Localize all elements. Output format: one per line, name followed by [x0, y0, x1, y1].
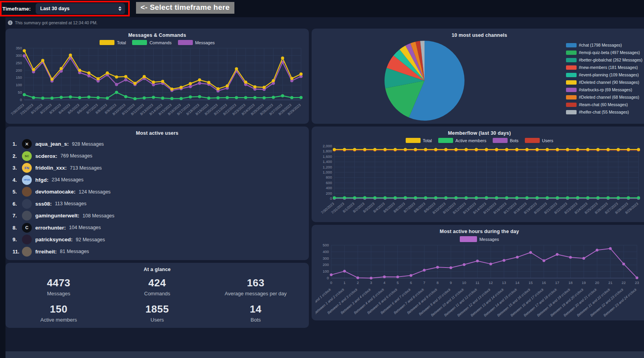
glance-stat: 424 Commands	[108, 277, 206, 297]
legend-swatch	[132, 40, 147, 45]
user-message-count: 92 Messages	[76, 237, 105, 242]
right-column: 10 most used channels #chat (1798 Messag…	[312, 29, 644, 320]
panel-messages-commands: Messages & Commands TotalCommandsMessage…	[5, 29, 309, 124]
topbar: Timeframe: Last 30 days <- Select timefr…	[0, 0, 644, 17]
glance-stat: 1855 Users	[108, 303, 206, 323]
svg-text:2,000: 2,000	[323, 144, 332, 148]
user-avatar	[22, 211, 32, 221]
legend-item[interactable]: Messages	[178, 40, 215, 45]
stat-label: Messages	[9, 291, 108, 297]
svg-text:1,400: 1,400	[323, 159, 332, 164]
user-avatar	[22, 187, 32, 197]
active-hours-chart[interactable]: 0100200300400500012345678910111213141516…	[316, 243, 643, 321]
legend-label: Active members	[455, 138, 486, 143]
legend-label: #team-chat (60 Messages)	[579, 102, 628, 107]
user-name: sss08:	[35, 201, 52, 207]
legend-item[interactable]: #emoji-quiz-beta (497 Messages)	[566, 50, 642, 55]
legend-label: Messages	[195, 40, 215, 45]
dashboard-content: i This summary got generated at 12:34:40…	[5, 17, 644, 358]
svg-text:4: 4	[383, 280, 385, 285]
svg-text:1,800: 1,800	[323, 149, 332, 153]
memberflow-chart[interactable]: 02004006008001,0001,2001,4001,6001,8002,…	[316, 144, 643, 221]
user-rank: 8.	[13, 225, 22, 231]
legend-item[interactable]: #team-chat (60 Messages)	[566, 102, 642, 107]
timeframe-label: Timeframe:	[2, 6, 31, 12]
legend-label: #helfer-chat (55 Messages)	[579, 110, 629, 114]
legend-item[interactable]: #starbucks-rp (69 Messages)	[566, 87, 642, 92]
legend-item[interactable]: #Deleted channel (68 Messages)	[566, 95, 642, 99]
user-name: gamingunterwelt:	[35, 213, 80, 219]
legend-item[interactable]: Users	[525, 138, 553, 143]
user-row: 1. ✕ aqua_jean_s: 928 Messages	[13, 139, 305, 149]
summary-generated-text: This summary got generated at 12:34:40 P…	[15, 20, 98, 25]
user-message-count: 713 Messages	[70, 165, 102, 171]
legend-label: Messages	[479, 237, 499, 242]
legend-item[interactable]: #helfer-chat (55 Messages)	[566, 110, 642, 114]
svg-text:23: 23	[635, 280, 639, 285]
svg-text:20: 20	[595, 280, 599, 285]
user-rank: 9.	[13, 237, 22, 242]
legend-label: #emoji-quiz-beta (497 Messages)	[579, 50, 640, 55]
legend-swatch	[566, 51, 577, 55]
svg-text:500: 500	[323, 243, 329, 247]
legend-item[interactable]: #Deleted channel (90 Messages)	[566, 80, 642, 85]
user-name: scderox:	[35, 153, 57, 159]
svg-text:150: 150	[16, 75, 22, 80]
user-avatar	[22, 247, 32, 257]
user-message-count: 104 Messages	[69, 225, 101, 230]
legend-item[interactable]: Active members	[438, 138, 486, 143]
legend-item[interactable]: #better-globalchat (262 Messages)	[566, 58, 642, 62]
svg-text:0: 0	[327, 276, 329, 280]
svg-text:1,200: 1,200	[323, 165, 332, 169]
svg-text:1,600: 1,600	[323, 154, 332, 159]
user-row: 2. SC scderox: 769 Messages	[13, 151, 305, 161]
legend-item[interactable]: #new-members (181 Messages)	[566, 65, 642, 70]
legend-swatch	[100, 40, 114, 45]
svg-text:250: 250	[16, 61, 22, 65]
user-row: 3. FN fridolin_xxx: 713 Messages	[13, 163, 305, 173]
svg-text:0: 0	[330, 280, 332, 285]
user-message-count: 234 Messages	[52, 177, 83, 183]
svg-text:800: 800	[326, 175, 332, 179]
legend-label: #better-globalchat (262 Messages)	[579, 58, 642, 62]
legend-item[interactable]: #event-planning (109 Messages)	[566, 72, 642, 77]
legend-item[interactable]: Bots	[493, 138, 519, 143]
legend-item[interactable]: Messages	[460, 236, 499, 242]
glance-stats-grid: 4473 Messages 424 Commands 163 Average m…	[9, 277, 305, 323]
legend-item[interactable]: #chat (1798 Messages)	[566, 43, 642, 47]
avatar-initials: FN	[25, 166, 29, 170]
user-message-count: 81 Messages	[60, 249, 89, 254]
panel-most-used-channels: 10 most used channels #chat (1798 Messag…	[312, 29, 644, 124]
legend-item[interactable]: Total	[100, 40, 126, 45]
svg-text:7: 7	[423, 280, 425, 285]
svg-text:600: 600	[326, 181, 332, 185]
timeframe-select[interactable]: Last 30 days	[36, 3, 125, 14]
legend-label: Total	[117, 40, 126, 45]
svg-text:11: 11	[475, 280, 479, 285]
svg-text:1: 1	[343, 280, 345, 285]
user-row: 4. HFGD hfgd: 234 Messages	[13, 175, 305, 185]
user-row: 6. sss08: 113 Messages	[13, 199, 305, 209]
messages-commands-chart[interactable]: 0501001502002503003507/30/20237/31/20238…	[9, 46, 306, 123]
svg-text:200: 200	[326, 191, 332, 195]
avatar-initials: HFGD	[24, 179, 30, 181]
glance-stat: 4473 Messages	[9, 277, 108, 297]
svg-text:10: 10	[462, 280, 466, 285]
user-name: devtomatocake:	[35, 189, 76, 195]
user-avatar: HFGD	[22, 175, 32, 185]
legend-item[interactable]: Total	[406, 138, 432, 143]
user-name: hfgd:	[35, 177, 49, 183]
legend-label: Users	[542, 138, 553, 143]
legend-swatch	[566, 110, 577, 114]
panels-grid: Messages & Commands TotalCommandsMessage…	[5, 29, 644, 328]
user-message-count: 108 Messages	[83, 213, 114, 219]
svg-text:14: 14	[515, 280, 519, 285]
svg-text:8: 8	[437, 280, 439, 285]
stat-label: Active members	[9, 317, 108, 323]
panel-at-a-glance: At a glance 4473 Messages 424 Commands 1…	[5, 263, 309, 328]
svg-text:3: 3	[370, 280, 372, 285]
user-row: 11. frreiheit: 81 Messages	[13, 247, 305, 257]
legend-item[interactable]: Commands	[132, 40, 171, 45]
legend-swatch	[566, 80, 577, 85]
stat-value: 150	[9, 303, 108, 315]
